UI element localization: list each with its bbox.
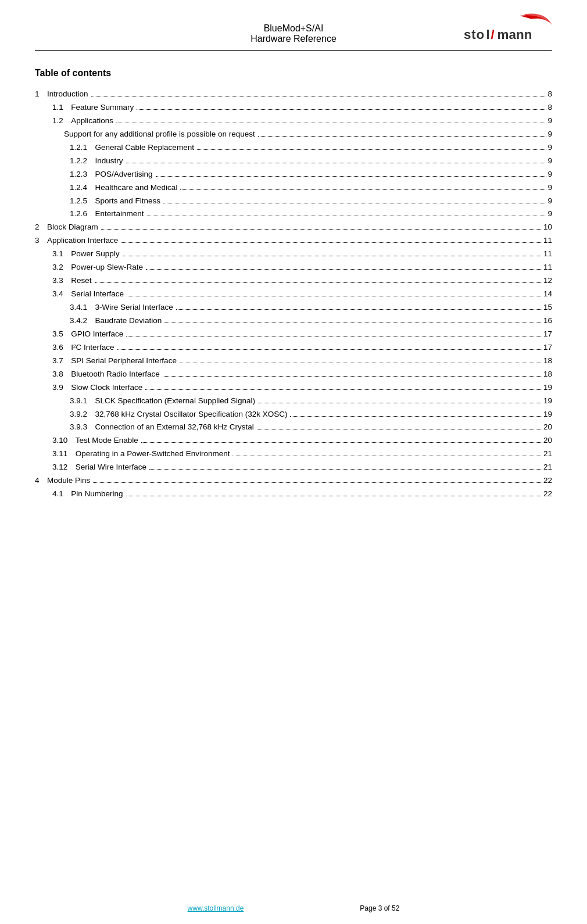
toc-dots xyxy=(126,496,542,496)
toc-entry: 1.2.4 Healthcare and Medical9 xyxy=(35,181,552,195)
toc-label: Block Diagram xyxy=(47,221,100,234)
toc-dots xyxy=(145,389,542,390)
toc-label: Slow Clock Interface xyxy=(71,381,144,395)
toc-page: 10 xyxy=(543,221,552,234)
toc-label: 3-Wire Serial Interface xyxy=(95,301,175,314)
toc-number: 3.2 xyxy=(52,261,63,274)
toc-label: Industry xyxy=(95,155,125,168)
toc-page: 22 xyxy=(543,474,552,488)
toc-entry: 3.4 Serial Interface14 xyxy=(35,288,552,301)
toc-number: 3.11 xyxy=(52,447,67,461)
toc-dots xyxy=(116,123,546,123)
toc-label: Test Mode Enable xyxy=(76,434,140,447)
toc-entry: 3.3 Reset12 xyxy=(35,274,552,288)
toc-page: 19 xyxy=(543,381,552,395)
stollmann-logo: sto l / mann xyxy=(459,12,552,52)
toc-page: 18 xyxy=(543,354,552,368)
toc-page: 11 xyxy=(543,261,552,274)
toc-list: 1 Introduction81.1 Feature Summary81.2 A… xyxy=(35,88,552,501)
toc-number: 3.7 xyxy=(52,354,63,368)
toc-label: Reset xyxy=(71,274,93,288)
toc-dots xyxy=(156,176,547,177)
toc-page: 22 xyxy=(543,488,552,501)
svg-text:/: / xyxy=(491,27,494,42)
toc-number: 3.10 xyxy=(52,434,67,447)
toc-number: 3.9.2 xyxy=(70,408,87,421)
toc-label: General Cable Replacement xyxy=(95,141,196,155)
toc-number: 1.2.6 xyxy=(70,207,87,221)
toc-dots xyxy=(91,96,547,96)
toc-dots xyxy=(117,349,542,350)
toc-dots xyxy=(258,403,542,403)
toc-page: 9 xyxy=(547,168,552,181)
toc-entry: 3.8 Bluetooth Radio Interface18 xyxy=(35,368,552,381)
toc-dots xyxy=(95,282,542,283)
toc-number: 2 xyxy=(35,221,40,234)
svg-text:l: l xyxy=(486,27,489,42)
toc-dots xyxy=(163,376,542,377)
toc-number: 3.9.3 xyxy=(70,421,87,434)
toc-entry: 3.11 Operating in a Power-Switched Envir… xyxy=(35,447,552,461)
toc-entry: 3.4.1 3-Wire Serial Interface15 xyxy=(35,301,552,314)
toc-label: Entertainment xyxy=(95,207,146,221)
toc-number: 3.12 xyxy=(52,461,67,474)
toc-page: 21 xyxy=(543,447,552,461)
toc-label: Power Supply xyxy=(71,248,121,261)
toc-number: 3.8 xyxy=(52,368,63,381)
toc-dots xyxy=(93,482,542,483)
toc-label: POS/Advertising xyxy=(95,168,155,181)
toc-page: 9 xyxy=(547,114,552,128)
toc-dots xyxy=(137,109,546,110)
toc-label: Healthcare and Medical xyxy=(95,181,180,195)
toc-page: 9 xyxy=(547,195,552,208)
toc-dots xyxy=(180,189,546,190)
toc-label: Applications xyxy=(71,114,115,128)
toc-entry: 3.7 SPI Serial Peripheral Interface18 xyxy=(35,354,552,368)
logo-container: sto l / mann xyxy=(459,12,552,54)
toc-label: Support for any additional profile is po… xyxy=(64,128,257,141)
toc-number: 3.9.1 xyxy=(70,395,87,408)
toc-dots xyxy=(121,242,542,243)
toc-dots xyxy=(127,296,542,296)
svg-text:mann: mann xyxy=(497,27,532,42)
toc-entry: 2 Block Diagram10 xyxy=(35,221,552,234)
toc-number: 3.4 xyxy=(52,288,63,301)
toc-label: Feature Summary xyxy=(71,101,135,114)
footer-page-number: Page 3 of 52 xyxy=(360,904,399,912)
toc-page: 18 xyxy=(543,368,552,381)
toc-number: 3.4.1 xyxy=(70,301,87,314)
toc-number: 1.2.1 xyxy=(70,141,87,155)
toc-number: 1 xyxy=(35,88,40,101)
toc-page: 19 xyxy=(543,395,552,408)
toc-label: I²C Interface xyxy=(71,341,116,354)
toc-dots xyxy=(147,216,547,216)
toc-entry: 1.2.2 Industry9 xyxy=(35,155,552,168)
toc-heading: Table of contents xyxy=(35,68,552,78)
main-content: Table of contents 1 Introduction81.1 Fea… xyxy=(0,51,587,536)
page-header: BlueMod+S/AI Hardware Reference sto l / … xyxy=(0,0,587,44)
toc-page: 11 xyxy=(543,234,552,248)
toc-page: 21 xyxy=(543,461,552,474)
toc-page: 14 xyxy=(543,288,552,301)
toc-number: 3 xyxy=(35,234,40,248)
svg-text:sto: sto xyxy=(464,27,485,42)
toc-label: 32,768 kHz Crystal Oscillator Specificat… xyxy=(95,408,289,421)
toc-number: 3.4.2 xyxy=(70,314,87,328)
toc-entry: 3.5 GPIO Interface17 xyxy=(35,328,552,341)
toc-dots xyxy=(123,256,542,256)
toc-entry: 3.1 Power Supply11 xyxy=(35,248,552,261)
toc-label: Connection of an External 32,768 kHz Cry… xyxy=(95,421,256,434)
toc-dots xyxy=(163,203,546,203)
toc-page: 8 xyxy=(547,101,552,114)
toc-label: Application Interface xyxy=(47,234,120,248)
toc-entry: 4 Module Pins22 xyxy=(35,474,552,488)
toc-page: 11 xyxy=(543,248,552,261)
toc-page: 9 xyxy=(547,181,552,195)
toc-label: SPI Serial Peripheral Interface xyxy=(71,354,178,368)
toc-number: 3.3 xyxy=(52,274,63,288)
toc-entry: 3.6 I²C Interface17 xyxy=(35,341,552,354)
footer-link[interactable]: www.stollmann.de xyxy=(188,904,244,912)
toc-dots xyxy=(146,269,542,270)
toc-page: 9 xyxy=(547,207,552,221)
toc-dots xyxy=(176,309,542,310)
